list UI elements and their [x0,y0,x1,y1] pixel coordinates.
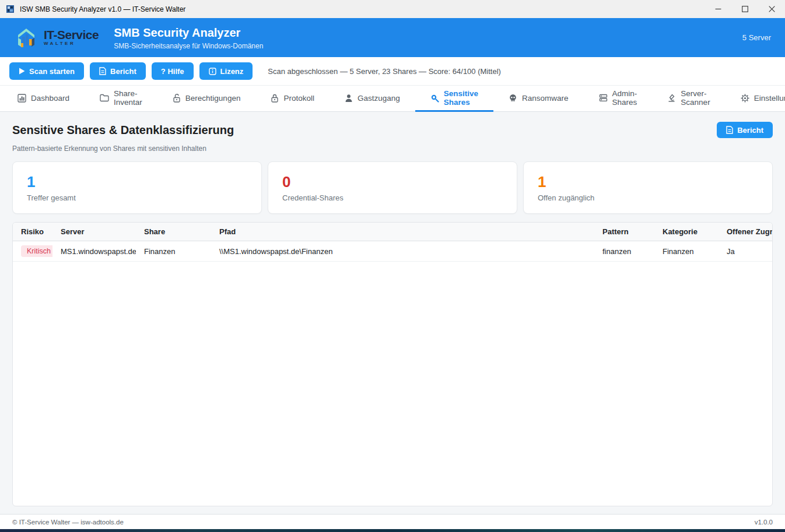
stat-value: 1 [538,174,758,189]
tab-admin-shares[interactable]: Admin-Shares [584,86,653,112]
sensitive-shares-table: Risiko Server Share Pfad Pattern Kategor… [13,223,772,262]
sensitive-shares-table-panel: Risiko Server Share Pfad Pattern Kategor… [12,222,773,506]
app-subtitle: SMB-Sicherheitsanalyse für Windows-Domän… [114,42,263,50]
cell-pattern: finanzen [594,241,654,262]
person-icon [345,94,353,103]
gear-icon [741,94,749,103]
stat-card-credential: 0 Credential-Shares [268,161,517,214]
app-header: IT-Service WALTER SMB Security Analyzer … [0,18,785,57]
tab-label: Admin-Shares [612,89,637,107]
stat-card-treffer: 1 Treffer gesamt [12,161,262,214]
column-header-offener-zugriff: Offener Zugrif [719,223,772,241]
column-header-pattern: Pattern [594,223,654,241]
stat-label: Treffer gesamt [27,193,247,202]
license-label: Lizenz [220,67,244,76]
column-header-server: Server [52,223,136,241]
minimize-button[interactable] [705,0,731,18]
cell-kategorie: Finanzen [654,241,719,262]
document-icon [99,67,106,75]
report-label: Bericht [110,67,136,76]
tab-sensitive-shares[interactable]: Sensitive Shares [415,86,493,112]
cell-risiko: Kritisch [13,241,52,262]
column-header-pfad: Pfad [211,223,594,241]
tab-gastzugang[interactable]: Gastzugang [330,86,415,112]
tab-label: Server-Scanner [681,89,710,107]
page-report-button[interactable]: Bericht [717,122,773,138]
lock-icon [271,94,279,103]
page-subtitle: Pattern-basierte Erkennung von Shares mi… [12,145,773,153]
company-logo: IT-Service WALTER [14,26,99,50]
tab-label: Einstellungen [754,94,785,103]
main-content: Sensitive Shares & Datenklassifizierung … [0,112,785,514]
stat-label: Offen zugänglich [538,193,758,202]
stat-label: Credential-Shares [282,193,503,202]
app-icon [6,5,15,14]
tab-label: Sensitive Shares [444,89,478,107]
page-report-label: Bericht [737,126,763,135]
scan-status-text: Scan abgeschlossen — 5 Server, 23 Shares… [268,67,501,76]
report-button[interactable]: Bericht [90,62,146,80]
page-header: Sensitive Shares & Datenklassifizierung … [12,122,773,138]
column-header-share: Share [136,223,211,241]
stat-card-offen: 1 Offen zugänglich [523,161,773,214]
microscope-icon [667,94,676,103]
server-icon [599,94,608,102]
tab-ransomware[interactable]: Ransomware [493,86,584,112]
company-logo-icon [14,26,38,50]
column-header-risiko: Risiko [13,223,52,241]
risk-badge: Kritisch [21,245,52,257]
license-button[interactable]: Lizenz [199,62,253,80]
close-button[interactable] [758,0,785,18]
tab-einstellungen[interactable]: Einstellungen [726,86,785,112]
tab-berechtigungen[interactable]: Berechtigungen [157,86,256,112]
table-row[interactable]: Kritisch MS1.windowspapst.de Finanzen \\… [13,241,772,262]
help-button[interactable]: ? Hilfe [152,62,194,80]
tab-dashboard[interactable]: Dashboard [2,86,85,112]
tab-label: Berechtigungen [185,94,241,103]
footer-version: v1.0.0 [755,519,773,526]
skull-icon [509,94,517,103]
column-header-kategorie: Kategorie [654,223,719,241]
cell-share: Finanzen [136,241,211,262]
tab-label: Share-Inventar [114,89,142,107]
cell-server: MS1.windowspapst.de [52,241,136,262]
stat-cards: 1 Treffer gesamt 0 Credential-Shares 1 O… [12,161,773,214]
cell-pfad: \\MS1.windowspapst.de\Finanzen [211,241,594,262]
stat-value: 0 [282,174,503,189]
header-titles: SMB Security Analyzer SMB-Sicherheitsana… [114,26,263,50]
play-icon [19,68,25,75]
server-count-badge: 5 Server [742,33,771,42]
maximize-button[interactable] [731,0,758,18]
window-controls [705,0,785,18]
page-title: Sensitive Shares & Datenklassifizierung [12,124,234,137]
magnifier-icon [430,94,439,103]
cell-offener-zugriff: Ja [719,241,772,262]
window-titlebar: ISW SMB Security Analyzer v1.0 — IT-Serv… [0,0,785,18]
tab-label: Dashboard [31,94,69,103]
app-window: ISW SMB Security Analyzer v1.0 — IT-Serv… [0,0,785,532]
company-name: IT-Service [44,29,99,41]
info-icon [209,68,216,75]
status-footer: © IT-Service Walter — isw-adtools.de v1.… [0,514,785,529]
footer-copyright: © IT-Service Walter — isw-adtools.de [12,519,124,526]
tab-bar: Dashboard Share-Inventar Berechtigungen … [0,85,785,112]
tab-protokoll[interactable]: Protokoll [255,86,330,112]
table-header-row: Risiko Server Share Pfad Pattern Kategor… [13,223,772,241]
stat-value: 1 [27,174,247,189]
tab-server-scanner[interactable]: Server-Scanner [652,86,725,112]
desktop-strip [0,529,785,532]
bar-chart-icon [17,94,26,103]
toolbar: Scan starten Bericht ? Hilfe Lizenz Scan… [0,57,785,85]
tab-label: Gastzugang [358,94,400,103]
tab-share-inventar[interactable]: Share-Inventar [85,86,157,112]
tab-label: Ransomware [522,94,569,103]
folder-icon [100,94,109,102]
help-label: ? Hilfe [161,67,184,76]
window-title: ISW SMB Security Analyzer v1.0 — IT-Serv… [20,5,185,13]
unlock-icon [173,94,181,103]
document-icon [726,126,733,134]
company-name-sub: WALTER [44,41,99,47]
tab-label: Protokoll [283,94,314,103]
scan-start-button[interactable]: Scan starten [9,62,84,80]
scan-start-label: Scan starten [29,67,75,76]
